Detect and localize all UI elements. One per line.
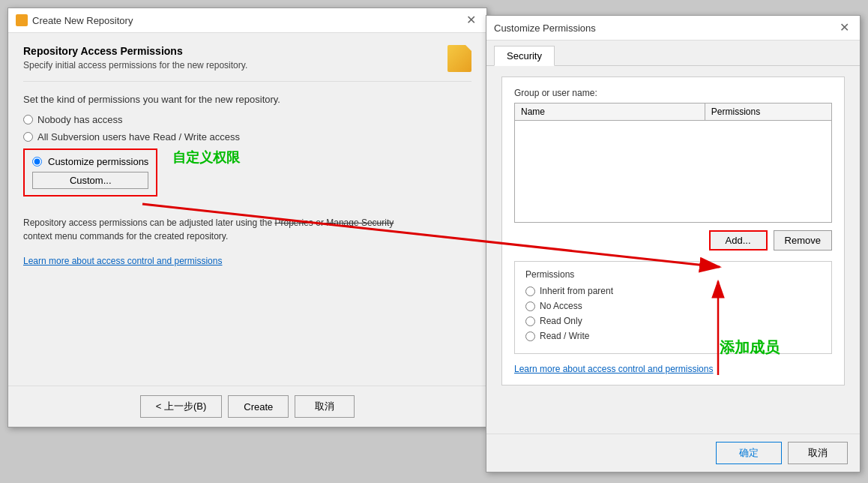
radio-nobody: Nobody has access: [23, 114, 471, 125]
perm-no-access: No Access: [525, 301, 821, 311]
perm-read-write-label[interactable]: Read / Write: [540, 331, 589, 341]
page-header: Repository Access Permissions Specify in…: [23, 45, 471, 82]
tab-bar: Security: [486, 40, 860, 66]
table-empty-cell: [515, 121, 832, 223]
group-label: Group or user name:: [514, 88, 832, 98]
perm-read-only: Read Only: [525, 316, 821, 326]
permissions-title: Permissions: [525, 269, 821, 280]
customize-permissions-box: Customize permissions Custom...: [23, 148, 157, 196]
radio-customize-input[interactable]: [32, 157, 42, 166]
tab-security-label: Security: [507, 50, 542, 62]
page-header-title: Repository Access Permissions: [23, 45, 247, 57]
radio-all-users: All Subversion users have Read / Write a…: [23, 131, 471, 142]
radio-customize-label[interactable]: Customize permissions: [48, 156, 148, 167]
back-button[interactable]: < 上一步(B): [140, 395, 223, 418]
customize-permissions-dialog: Customize Permissions ✕ Security Group o…: [486, 15, 861, 472]
right-dialog-titlebar: Customize Permissions ✕: [486, 16, 860, 40]
table-header-row: Name Permissions: [515, 104, 832, 121]
custom-button[interactable]: Custom...: [32, 172, 148, 189]
col-permissions-header: Permissions: [705, 104, 831, 121]
radio-nobody-label[interactable]: Nobody has access: [37, 114, 122, 125]
user-permissions-table: Name Permissions: [514, 103, 832, 223]
info-text-content: Repository access permissions can be adj…: [23, 218, 394, 242]
perm-inherit-label[interactable]: Inherit from parent: [540, 286, 613, 296]
create-button[interactable]: Create: [228, 395, 289, 418]
dialog-icon: [16, 14, 28, 26]
page-header-subtitle: Specify initial access permissions for t…: [23, 60, 247, 70]
perm-no-access-label[interactable]: No Access: [540, 301, 582, 311]
ok-button[interactable]: 确定: [716, 442, 782, 464]
repository-icon: [447, 45, 471, 72]
perm-read-write-input[interactable]: [525, 332, 535, 341]
left-dialog-content: Repository Access Permissions Specify in…: [8, 33, 486, 278]
perm-read-write: Read / Write: [525, 331, 821, 341]
add-button[interactable]: Add...: [709, 230, 768, 250]
radio-all-users-input[interactable]: [23, 132, 33, 142]
right-learn-more-link[interactable]: Learn more about access control and perm…: [514, 364, 713, 374]
section-label: Set the kind of permissions you want for…: [23, 94, 471, 105]
permissions-group: Permissions Inherit from parent No Acces…: [514, 261, 832, 354]
info-text: Repository access permissions can be adj…: [23, 216, 471, 243]
customize-annotation: 自定义权限: [172, 148, 240, 166]
col-name-header: Name: [515, 104, 705, 121]
left-dialog-titlebar: Create New Repository ✕: [8, 8, 486, 33]
perm-read-only-input[interactable]: [525, 316, 535, 326]
cancel-button-right[interactable]: 取消: [788, 442, 848, 464]
tab-security[interactable]: Security: [494, 46, 555, 66]
right-dialog-footer: 确定 取消: [486, 434, 860, 472]
perm-no-access-input[interactable]: [525, 302, 535, 311]
page-header-text: Repository Access Permissions Specify in…: [23, 45, 247, 70]
tab-security-content: Group or user name: Name Permissions Add…: [501, 76, 845, 386]
perm-inherit-input[interactable]: [525, 286, 535, 296]
radio-all-users-label[interactable]: All Subversion users have Read / Write a…: [37, 131, 240, 142]
customize-radio-row: Customize permissions: [32, 156, 148, 167]
perm-read-only-label[interactable]: Read Only: [540, 316, 582, 326]
left-dialog-footer: < 上一步(B) Create 取消: [8, 386, 486, 427]
remove-button[interactable]: Remove: [774, 230, 832, 250]
radio-nobody-input[interactable]: [23, 115, 33, 124]
right-dialog-title: Customize Permissions: [494, 22, 596, 34]
right-dialog-close-button[interactable]: ✕: [837, 22, 852, 34]
table-buttons: Add... Remove: [514, 230, 832, 250]
left-dialog-title: Create New Repository: [32, 15, 133, 26]
learn-more-link[interactable]: Learn more about access control and perm…: [23, 256, 222, 266]
left-dialog-close-button[interactable]: ✕: [463, 14, 479, 26]
perm-inherit: Inherit from parent: [525, 286, 821, 296]
cancel-button-left[interactable]: 取消: [295, 395, 355, 418]
table-empty-row: [515, 121, 832, 223]
create-repository-dialog: Create New Repository ✕ Repository Acces…: [7, 8, 487, 428]
